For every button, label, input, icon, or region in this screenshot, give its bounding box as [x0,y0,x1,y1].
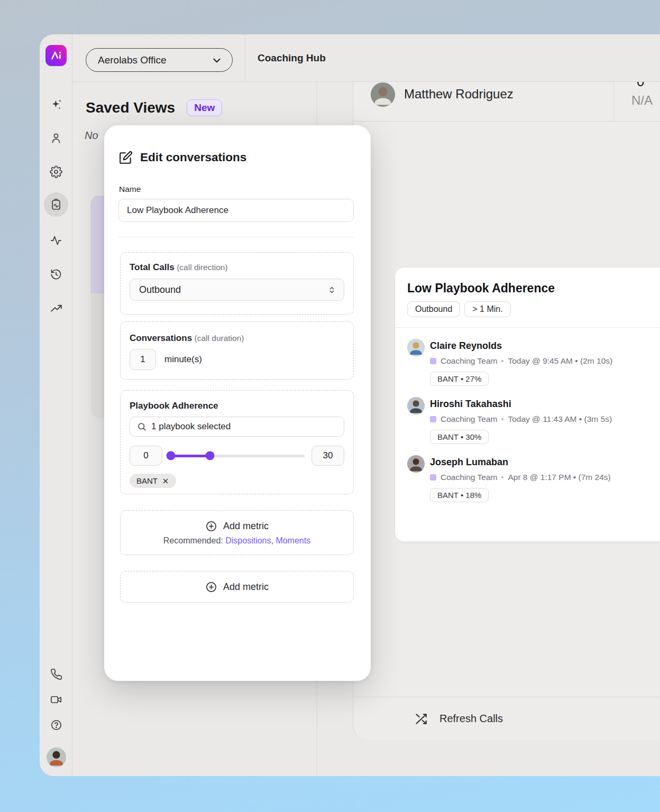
workspace-name: Aerolabs Office [98,54,167,66]
sidebar-item-activity[interactable] [40,229,72,252]
add-metric-button[interactable]: Add metric [205,581,269,593]
edit-conversations-modal: Edit conversations Name Total Calls (cal… [104,125,371,681]
sidebar-item-phone[interactable] [40,662,72,686]
plus-circle-icon [205,581,217,593]
call-list-item[interactable]: Claire Reynolds Coaching Team Today @ 9:… [407,339,660,386]
dot-separator-icon [501,418,503,420]
filter-chip-duration: > 1 Min. [464,301,510,317]
recommended-label: Recommended: [163,536,223,545]
rep-avatar [371,82,395,107]
call-time: Today @ 9:45 AM • (2m 10s) [508,356,612,366]
team-color-icon [430,474,436,481]
playbook-adherence-label: Playbook Adherence [130,401,344,411]
activity-pulse-icon [50,234,62,247]
range-max-input[interactable]: 30 [311,446,344,466]
caller-avatar [407,339,425,356]
name-field-label: Name [119,184,371,194]
topbar-divider [245,34,245,81]
rep-name: Matthew Rodriguez [404,87,514,102]
call-direction-value: Outbound [139,284,181,296]
detail-panel: Matthew Rodriguez 0 N/A Low Playbook Adh… [353,82,660,740]
saved-views-title: Saved Views [86,99,175,116]
add-metric-button[interactable]: Add metric [205,520,269,532]
modal-divider [118,237,354,237]
add-metric-section-plain: Add metric [120,571,354,603]
sidebar-rail [40,34,72,776]
clipboard-pulse-icon [50,198,62,211]
page-title: Coaching Hub [258,34,326,81]
modal-title: Edit conversations [140,151,246,164]
slider-handle-high[interactable] [205,451,214,460]
top-bar: Aerolabs Office Coaching Hub [72,34,660,82]
metric-playbook-adherence: Playbook Adherence 1 playbook selected 0 [120,390,354,494]
metric-conversations: Conversations (call duration) minute(s) [120,321,354,380]
sparkles-icon [50,98,63,111]
adherence-slider-fill [171,455,210,457]
refresh-calls-button[interactable]: Refresh Calls [353,697,660,740]
conversations-label: Conversations [130,333,192,343]
range-min-input[interactable]: 0 [130,446,162,466]
sidebar-item-contacts[interactable] [40,126,72,150]
playbook-chip: BANT [130,474,176,488]
plus-circle-icon [205,520,217,532]
rep-row[interactable]: Matthew Rodriguez 0 N/A [353,82,660,122]
sidebar-item-coaching-hub-active[interactable] [40,193,72,216]
workspace-selector[interactable]: Aerolabs Office [86,48,233,72]
caller-name: Claire Reynolds [430,339,612,352]
brand-mark-icon [48,48,64,63]
sidebar-item-ai-assistant[interactable] [40,93,72,116]
trending-up-icon [50,302,63,315]
caller-team: Coaching Team [441,414,497,424]
total-calls-sublabel: (call direction) [177,263,227,272]
caller-team: Coaching Team [441,473,497,482]
sidebar-item-help[interactable] [40,713,72,736]
duration-minutes-input[interactable] [130,349,156,370]
call-direction-select[interactable]: Outbound [130,279,344,301]
recommended-link-dispositions[interactable]: Dispositions [225,536,271,545]
duration-unit-label: minute(s) [164,354,202,365]
app-window: Aerolabs Office Coaching Hub Saved Views… [40,34,660,776]
caller-avatar [407,455,425,473]
team-color-icon [430,358,436,364]
user-avatar[interactable] [47,748,66,767]
shuffle-icon [414,712,428,726]
caller-team: Coaching Team [441,356,497,366]
results-card-title: Low Playbook Adherence [407,281,660,296]
dot-separator-icon [501,476,503,478]
total-calls-label: Total Calls [130,262,175,272]
close-icon[interactable] [162,477,169,485]
name-input[interactable] [118,199,354,222]
add-metric-label: Add metric [223,521,269,532]
saved-view-card-partial[interactable] [90,196,106,418]
sidebar-item-history[interactable] [40,263,72,286]
call-list-item[interactable]: Joseph Lumaban Coaching Team Apr 8 @ 1:1… [407,455,660,502]
sidebar-item-settings[interactable] [40,160,72,183]
person-icon [50,132,62,144]
card-divider [395,327,660,328]
chevron-down-icon [211,54,223,66]
call-list-item[interactable]: Hiroshi Takahashi Coaching Team Today @ … [407,397,660,444]
call-time: Today @ 11:43 AM • (3m 5s) [508,414,612,424]
help-circle-icon [50,719,62,731]
metric-total-calls: Total Calls (call direction) Outbound [120,252,354,315]
recommended-separator: , [271,536,273,545]
adherence-slider-track[interactable] [169,455,305,457]
sidebar-item-trends[interactable] [40,297,72,320]
playbook-search-input[interactable]: 1 playbook selected [130,417,344,437]
user-avatar-photo [47,748,66,767]
clipped-empty-text: No [85,130,98,142]
saved-view-card-tint [90,196,106,293]
playbook-selected-text: 1 playbook selected [151,421,231,432]
recommended-link-moments[interactable]: Moments [276,536,310,545]
call-time: Apr 8 @ 1:17 PM • (7m 24s) [508,473,610,482]
adherence-score-chip: BANT • 30% [430,430,489,444]
app-logo[interactable] [45,45,67,66]
sidebar-item-video[interactable] [40,688,72,711]
adherence-score-chip: BANT • 18% [430,488,489,502]
caller-name: Joseph Lumaban [430,455,611,468]
phone-icon [50,668,62,680]
team-color-icon [430,416,436,422]
dot-separator-icon [501,360,503,362]
slider-handle-low[interactable] [166,451,175,460]
refresh-calls-label: Refresh Calls [439,713,503,725]
